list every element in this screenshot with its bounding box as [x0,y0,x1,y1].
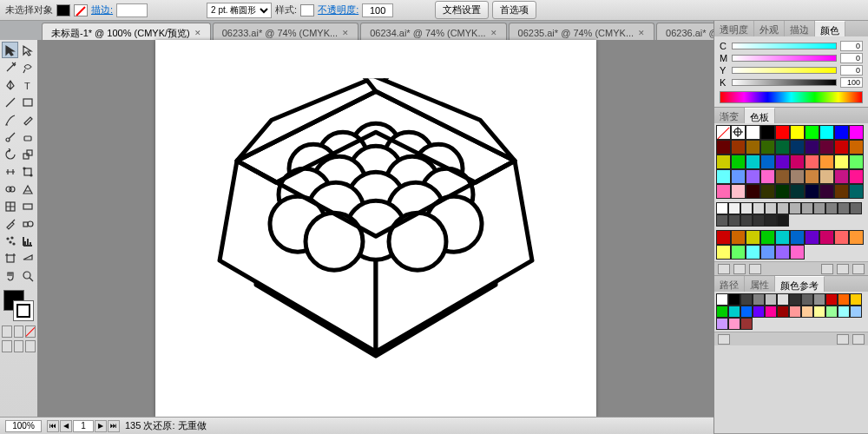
brush-tool[interactable] [2,111,18,128]
swatch[interactable] [765,293,777,306]
swatch[interactable] [825,293,838,306]
swatch[interactable] [819,140,834,155]
swatch[interactable] [790,245,805,260]
swatch[interactable] [760,184,775,199]
swatch[interactable] [716,214,728,227]
swatch[interactable] [801,202,813,214]
swatch[interactable] [716,245,731,260]
type-tool[interactable]: T [19,76,36,93]
swatch[interactable] [775,155,790,169]
width-tool[interactable] [2,163,18,180]
swatch[interactable] [731,169,746,184]
eraser-tool[interactable] [19,128,36,145]
swatch[interactable] [740,293,753,306]
swatch[interactable] [801,306,813,318]
swatch[interactable] [716,202,728,214]
swatch[interactable] [805,140,819,155]
gradient-mode[interactable] [14,326,24,338]
gradient-tab[interactable]: 渐变 [714,108,745,123]
swatch[interactable] [775,169,790,184]
swatch[interactable] [716,140,731,155]
swatch[interactable] [728,214,740,227]
swatch[interactable] [834,184,849,199]
swatch[interactable] [753,214,765,227]
stroke-profile-select[interactable]: 2 pt. 椭圆形 [207,3,272,18]
swatch[interactable] [813,293,825,306]
swatch[interactable] [805,125,819,140]
swatch[interactable] [849,230,864,245]
swatch[interactable] [740,318,753,330]
page-input[interactable] [73,420,94,432]
swatch[interactable] [819,230,834,245]
swatch[interactable] [746,140,760,155]
pathfinder-tab[interactable]: 路径 [714,276,745,292]
swatch[interactable] [728,306,740,318]
swatch-options-icon[interactable] [749,264,761,274]
scale-tool[interactable] [19,146,36,162]
swatch[interactable] [777,306,789,318]
yellow-slider[interactable] [732,67,837,74]
swatch-lib-icon[interactable] [718,264,730,274]
swatch[interactable] [731,245,746,260]
draw-behind[interactable] [14,340,24,352]
swatch[interactable] [765,306,777,318]
symbol-sprayer-tool[interactable] [2,233,18,249]
slice-tool[interactable] [19,250,36,266]
swatch[interactable] [838,306,850,318]
fill-stroke-control[interactable] [2,288,36,323]
last-page-button[interactable]: ⏭ [108,420,120,432]
opacity-tab[interactable]: 透明度 [714,21,754,36]
swatch[interactable] [850,202,862,214]
first-page-button[interactable]: ⏮ [47,420,59,432]
swatch[interactable] [789,306,801,318]
zoom-tool[interactable] [19,267,36,284]
swatch[interactable] [849,184,864,199]
swatch[interactable] [728,202,740,214]
swatch[interactable] [716,155,731,169]
swatch[interactable] [760,140,775,155]
magenta-slider[interactable] [732,55,837,62]
blend-tool[interactable] [19,215,36,232]
swatch[interactable] [790,125,805,140]
registration-swatch[interactable] [731,125,746,140]
swatch[interactable] [716,230,731,245]
swatch[interactable] [760,125,775,140]
rectangle-tool[interactable] [19,94,36,110]
stroke-label[interactable]: 描边: [91,3,113,16]
swatch[interactable] [716,318,728,330]
swatch[interactable] [849,169,864,184]
document-tab[interactable]: 06234.ai* @ 74% (CMYK...✕ [360,23,506,40]
swatch[interactable] [728,293,740,306]
line-tool[interactable] [2,94,18,110]
close-icon[interactable]: ✕ [194,29,201,37]
hand-tool[interactable] [2,267,18,284]
appearance-tab[interactable]: 外观 [754,21,785,36]
spectrum-bar[interactable] [720,91,863,103]
swatch[interactable] [819,125,834,140]
none-mode[interactable] [25,326,36,338]
guide-edit-icon[interactable] [837,334,849,345]
swatch[interactable] [805,184,819,199]
zoom-input[interactable] [5,420,42,432]
swatch[interactable] [740,214,753,227]
prev-page-button[interactable]: ◀ [60,420,72,432]
swatch[interactable] [753,306,765,318]
swatch[interactable] [760,230,775,245]
close-icon[interactable]: ✕ [638,29,645,37]
perspective-tool[interactable] [19,181,36,197]
swatch[interactable] [775,125,790,140]
swatch[interactable] [849,155,864,169]
opacity-input[interactable] [362,3,393,17]
color-guide-tab[interactable]: 颜色参考 [775,276,825,292]
new-group-icon[interactable] [821,264,833,274]
swatch[interactable] [760,155,775,169]
document-tab[interactable]: 未标题-1* @ 100% (CMYK/预览)✕ [42,23,211,40]
swatches-tab[interactable]: 色板 [745,108,775,123]
stroke-swatch[interactable] [74,4,88,16]
swatch[interactable] [746,155,760,169]
swatch[interactable] [760,169,775,184]
swatch[interactable] [746,184,760,199]
document-tab[interactable]: 06233.ai* @ 74% (CMYK...✕ [213,23,358,40]
black-slider[interactable] [732,79,837,86]
gradient-tool[interactable] [19,198,36,214]
